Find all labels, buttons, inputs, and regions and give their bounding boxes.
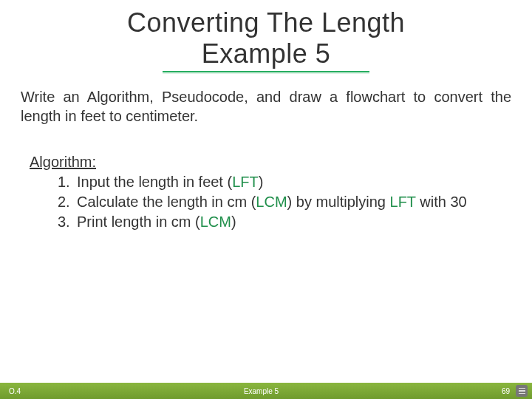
list-item: 1. Input the length in feet (LFT) — [58, 172, 502, 192]
variable-lft: LFT — [232, 174, 259, 190]
title-line-2: Example 5 — [202, 38, 331, 69]
intro-paragraph: Write an Algorithm, Pseudocode, and draw… — [0, 72, 532, 126]
footer-left: O.4 — [0, 387, 21, 395]
step-number: 1. — [58, 172, 77, 192]
step-text: Print length in cm (LCM) — [77, 212, 236, 232]
title-line-1: Converting The Length — [0, 7, 532, 38]
footer-center: Example 5 — [21, 387, 502, 395]
algorithm-heading: Algorithm: — [30, 152, 502, 172]
list-item: 3. Print length in cm (LCM) — [58, 212, 502, 232]
step-number: 2. — [58, 192, 77, 212]
algorithm-steps: 1. Input the length in feet (LFT) 2. Cal… — [30, 172, 502, 232]
step-number: 3. — [58, 212, 77, 232]
step-text: Calculate the length in cm (LCM) by mult… — [77, 192, 467, 212]
variable-lcm: LCM — [200, 214, 231, 230]
list-item: 2. Calculate the length in cm (LCM) by m… — [58, 192, 502, 212]
step-text: Input the length in feet (LFT) — [77, 172, 263, 192]
slide-footer: O.4 Example 5 69 — [0, 383, 532, 399]
algorithm-block: Algorithm: 1. Input the length in feet (… — [0, 126, 532, 232]
variable-lcm: LCM — [256, 194, 287, 210]
variable-lft: LFT — [390, 194, 416, 210]
slide-title: Converting The Length Example 5 — [0, 0, 532, 72]
menu-icon[interactable] — [516, 385, 528, 397]
